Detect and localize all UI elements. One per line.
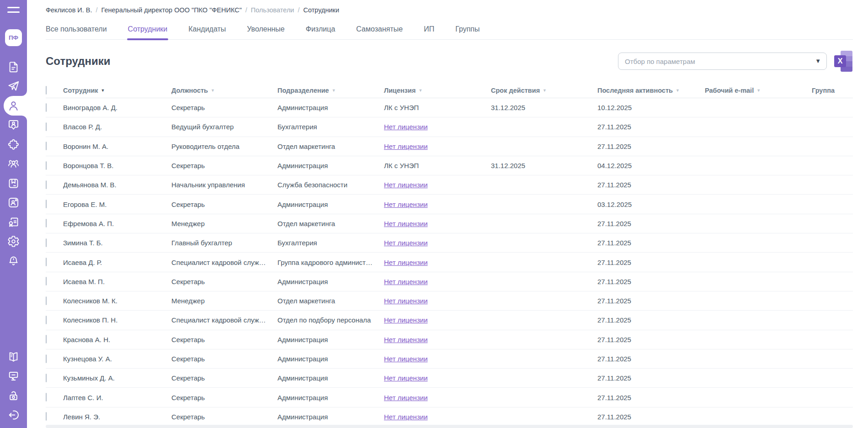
row-checkbox[interactable] <box>46 142 47 150</box>
row-checkbox[interactable] <box>46 103 47 112</box>
license-link[interactable]: Нет лицензии <box>384 394 428 402</box>
license-link[interactable]: Нет лицензии <box>384 259 428 266</box>
row-checkbox[interactable] <box>46 393 47 402</box>
filter-input[interactable] <box>618 53 827 70</box>
sort-icon: ▼ <box>418 88 422 93</box>
row-checkbox[interactable] <box>46 316 47 324</box>
menu-icon[interactable] <box>0 0 27 20</box>
license-link[interactable]: Нет лицензии <box>384 143 428 150</box>
column-header[interactable]: Лицензия▼ <box>384 87 491 94</box>
sidebar-nav-bottom <box>0 347 27 425</box>
table-row[interactable]: Исаева Д. Р. Специалист кадровой служ… Г… <box>46 253 853 272</box>
license-link[interactable]: Нет лицензии <box>384 413 428 421</box>
tab-item[interactable]: Группы <box>455 21 479 39</box>
row-checkbox[interactable] <box>46 277 47 285</box>
sidebar-item-knowledge-base[interactable] <box>0 347 27 367</box>
sidebar-item-notifications[interactable] <box>0 251 27 271</box>
select-all-checkbox[interactable] <box>46 86 47 95</box>
tab-item[interactable]: Уволенные <box>247 21 284 39</box>
row-checkbox[interactable] <box>46 180 47 189</box>
license-link[interactable]: Нет лицензии <box>384 123 428 131</box>
license-link[interactable]: Нет лицензии <box>384 297 428 305</box>
table-row[interactable]: Виноградов А. Д. Секретарь Администрация… <box>46 98 853 117</box>
row-checkbox[interactable] <box>46 122 47 131</box>
table-row[interactable]: Воронцова Т. В. Секретарь Администрация … <box>46 156 853 175</box>
department-cell: Администрация <box>277 413 384 421</box>
position-cell: Специалист кадровой служ… <box>171 259 277 266</box>
table-row[interactable]: Кузнецова У. А. Секретарь Администрация … <box>46 349 853 369</box>
department-cell: Администрация <box>277 374 384 382</box>
horizontal-scrollbar[interactable] <box>46 425 853 428</box>
breadcrumb-item[interactable]: Пользователи <box>251 6 294 14</box>
document-icon <box>7 61 20 73</box>
people-icon <box>7 158 20 170</box>
export-excel-button[interactable]: X <box>834 51 853 72</box>
license-link[interactable]: Нет лицензии <box>384 239 428 247</box>
table-row[interactable]: Кузьминых Д. А. Секретарь Администрация … <box>46 369 853 388</box>
sidebar-item-profile-card[interactable] <box>0 116 27 135</box>
license-link[interactable]: Нет лицензии <box>384 355 428 363</box>
license-link[interactable]: Нет лицензии <box>384 374 428 382</box>
column-header[interactable]: Сотрудник▼ <box>63 87 171 94</box>
row-checkbox[interactable] <box>46 258 47 266</box>
sidebar-item-support-chat[interactable] <box>0 367 27 386</box>
column-header[interactable]: Последняя активность▼ <box>597 87 705 94</box>
table-row[interactable]: Краснова А. Н. Секретарь Администрация Н… <box>46 330 853 349</box>
department-cell: Отдел маркетинга <box>277 220 384 227</box>
license-link[interactable]: Нет лицензии <box>384 316 428 324</box>
table-row[interactable]: Демьянова М. В. Начальник управления Слу… <box>46 175 853 195</box>
app-logo-badge[interactable]: ПФ <box>5 29 22 46</box>
row-checkbox[interactable] <box>46 335 47 343</box>
column-header[interactable]: Рабочий e-mail▼ <box>705 87 812 94</box>
chat-support-icon <box>7 370 20 382</box>
sidebar-item-certificates[interactable] <box>0 212 27 232</box>
row-checkbox[interactable] <box>46 219 47 227</box>
row-checkbox[interactable] <box>46 161 47 170</box>
filter-dropdown[interactable]: ▼ <box>618 53 827 70</box>
license-link[interactable]: Нет лицензии <box>384 336 428 343</box>
row-checkbox[interactable] <box>46 200 47 208</box>
chevron-down-icon[interactable]: ▼ <box>815 58 821 64</box>
license-link[interactable]: Нет лицензии <box>384 181 428 189</box>
sidebar-item-security[interactable] <box>0 386 27 406</box>
sidebar-item-add-user[interactable] <box>0 193 27 213</box>
row-checkbox[interactable] <box>46 412 47 421</box>
sidebar-item-settings[interactable] <box>0 232 27 252</box>
tab-item[interactable]: Самозанятые <box>356 21 403 39</box>
position-cell: Секретарь <box>171 162 277 169</box>
table-row[interactable]: Левин Я. Э. Секретарь Администрация Нет … <box>46 407 853 427</box>
column-header[interactable]: Подразделение▼ <box>277 87 384 94</box>
table-row[interactable]: Лаптев С. И. Секретарь Администрация Нет… <box>46 388 853 407</box>
sidebar-item-employees[interactable] <box>0 96 27 116</box>
table-row[interactable]: Егорова Е. М. Секретарь Администрация Не… <box>46 195 853 214</box>
table-row[interactable]: Зимина Т. Б. Главный бухгалтер Бухгалтер… <box>46 233 853 253</box>
breadcrumb-item[interactable]: Генеральный директор ООО "ПКО "ФЕНИКС" <box>101 6 242 14</box>
sidebar-item-documents[interactable] <box>0 57 27 77</box>
column-header[interactable]: Срок действия▼ <box>491 87 597 94</box>
tab-active[interactable]: Сотрудники <box>128 21 168 39</box>
license-link[interactable]: Нет лицензии <box>384 220 428 227</box>
table-row[interactable]: Воронин М. А. Руководитель отдела Отдел … <box>46 137 853 156</box>
row-checkbox[interactable] <box>46 238 47 247</box>
sidebar-item-saved[interactable] <box>0 174 27 193</box>
position-cell: Секретарь <box>171 413 277 421</box>
tab-item[interactable]: Кандидаты <box>188 21 226 39</box>
sidebar-item-groups[interactable] <box>0 154 27 174</box>
license-link[interactable]: Нет лицензии <box>384 201 428 208</box>
column-header[interactable]: Должность▼ <box>171 87 277 94</box>
tab-item[interactable]: Все пользователи <box>46 21 107 39</box>
tab-item[interactable]: Физлица <box>306 21 335 39</box>
table-row[interactable]: Власов Р. Д. Ведущий бухгалтер Бухгалтер… <box>46 117 853 137</box>
tab-item[interactable]: ИП <box>424 21 434 39</box>
breadcrumb-item[interactable]: Феклисов И. В. <box>46 6 92 14</box>
row-checkbox[interactable] <box>46 354 47 363</box>
row-checkbox[interactable] <box>46 374 47 382</box>
license-link[interactable]: Нет лицензии <box>384 278 428 285</box>
table-row[interactable]: Колесников П. Н. Специалист кадровой слу… <box>46 311 853 330</box>
sidebar-item-logout[interactable] <box>0 406 27 425</box>
table-row[interactable]: Ефремова А. П. Менеджер Отдел маркетинга… <box>46 214 853 233</box>
table-row[interactable]: Исаева М. П. Секретарь Администрация Нет… <box>46 272 853 291</box>
sidebar-item-integrations[interactable] <box>0 135 27 154</box>
table-row[interactable]: Колесников М. К. Менеджер Отдел маркетин… <box>46 291 853 311</box>
row-checkbox[interactable] <box>46 296 47 305</box>
